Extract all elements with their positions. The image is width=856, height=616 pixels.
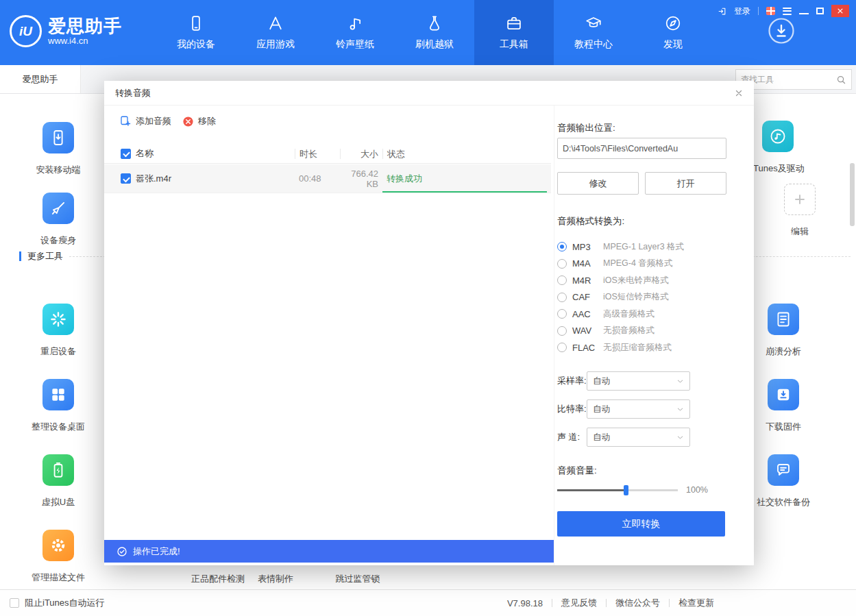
block-itunes-checkbox[interactable] xyxy=(10,598,19,608)
sample-rate-label: 采样率: xyxy=(557,375,587,387)
dialog-file-area: 添加音频 移除 名称 时长 大小 状态 嚣张.m4r xyxy=(104,106,554,565)
format-code: M4R xyxy=(572,275,598,286)
nav-flash-jailbreak[interactable]: 刷机越狱 xyxy=(395,0,474,65)
channel-row: 声 道: 自动 xyxy=(557,428,726,447)
nav-discover[interactable]: 发现 xyxy=(633,0,713,65)
login-link[interactable]: 登录 xyxy=(734,5,750,17)
nav-tutorials[interactable]: 教程中心 xyxy=(554,0,633,65)
format-option-caf[interactable]: CAF iOS短信铃声格式 xyxy=(557,293,684,302)
chevron-down-icon xyxy=(676,406,684,413)
format-code: M4A xyxy=(572,258,598,269)
close-button[interactable] xyxy=(831,5,849,17)
tool-edit[interactable]: 编辑 xyxy=(759,184,841,238)
tool-device-slim[interactable]: 设备瘦身 xyxy=(17,193,99,247)
plus-icon xyxy=(784,184,816,215)
format-code: AAC xyxy=(572,309,598,319)
convert-audio-dialog: 转换音频 添加音频 移除 名称 时长 xyxy=(104,81,754,565)
radio-icon[interactable] xyxy=(557,259,567,269)
grid-icon xyxy=(42,379,74,410)
nav-my-devices[interactable]: 我的设备 xyxy=(156,0,236,65)
radio-icon[interactable] xyxy=(557,275,567,285)
gift-icon[interactable] xyxy=(766,7,775,15)
tool-label: 管理描述文件 xyxy=(32,571,85,584)
tool-manage-profiles[interactable]: 管理描述文件 xyxy=(17,530,99,584)
feedback-link[interactable]: 意见反馈 xyxy=(561,597,597,609)
radio-icon[interactable] xyxy=(557,309,567,319)
volume-slider-track[interactable] xyxy=(557,489,678,491)
remove-audio-button[interactable]: 移除 xyxy=(182,115,216,127)
radio-icon[interactable] xyxy=(557,293,567,302)
format-option-m4r[interactable]: M4R iOS来电铃声格式 xyxy=(557,275,684,285)
tool-skip-mdm-lock[interactable]: 跳过监管锁 xyxy=(317,573,399,585)
format-option-mp3[interactable]: MP3 MPEG-1 Layer3 格式 xyxy=(557,242,684,251)
radio-icon[interactable] xyxy=(557,326,567,336)
open-button[interactable]: 打开 xyxy=(645,172,726,195)
volume-slider-thumb[interactable] xyxy=(624,485,628,495)
maximize-button[interactable] xyxy=(816,8,824,14)
format-option-aac[interactable]: AAC 高级音频格式 xyxy=(557,309,684,319)
check-update-link[interactable]: 检查更新 xyxy=(678,597,714,609)
search-input[interactable] xyxy=(741,75,836,84)
radio-selected-icon[interactable] xyxy=(557,242,567,251)
itunes-icon xyxy=(762,121,794,152)
nav-ringtones-wallpapers[interactable]: 铃声壁纸 xyxy=(315,0,395,65)
wechat-link[interactable]: 微信公众号 xyxy=(615,597,660,609)
format-option-m4a[interactable]: M4A MPEG-4 音频格式 xyxy=(557,259,684,269)
volume-row: 100% xyxy=(557,484,724,496)
app-logo[interactable]: iU 爱思助手 www.i4.cn xyxy=(10,15,122,47)
table-header: 名称 时长 大小 状态 xyxy=(104,144,551,164)
column-duration[interactable]: 时长 xyxy=(295,149,340,159)
version-text: V7.98.18 xyxy=(507,598,543,608)
scrollbar-thumb[interactable] xyxy=(850,163,855,226)
bitrate-label: 比特率: xyxy=(557,403,587,415)
format-code: MP3 xyxy=(572,242,598,252)
modify-button[interactable]: 修改 xyxy=(557,172,639,195)
tab-aisi-assistant[interactable]: 爱思助手 xyxy=(0,65,81,93)
search-icon[interactable] xyxy=(836,75,846,85)
format-option-flac[interactable]: FLAC 无损压缩音频格式 xyxy=(557,343,684,352)
tool-organize-desktop[interactable]: 整理设备桌面 xyxy=(17,379,99,433)
radio-icon[interactable] xyxy=(557,343,567,352)
bitrate-select[interactable]: 自动 xyxy=(587,399,690,419)
minimize-button[interactable] xyxy=(799,13,809,14)
tool-restart-device[interactable]: 重启设备 xyxy=(17,304,99,358)
convert-now-button[interactable]: 立即转换 xyxy=(557,511,725,537)
tool-emoji-maker[interactable]: 表情制作 xyxy=(234,573,317,585)
tool-social-backup[interactable]: 社交软件备份 xyxy=(742,454,824,508)
sample-rate-select[interactable]: 自动 xyxy=(587,371,690,391)
tool-install-mobile[interactable]: 安装移动端 xyxy=(17,122,99,176)
nav-toolbox[interactable]: 工具箱 xyxy=(474,0,554,65)
remove-icon xyxy=(182,116,194,127)
tool-crash-analysis[interactable]: 崩溃分析 xyxy=(742,304,824,358)
add-audio-button[interactable]: 添加音频 xyxy=(119,115,171,127)
channel-select[interactable]: 自动 xyxy=(587,428,690,447)
format-option-wav[interactable]: WAV 无损音频格式 xyxy=(557,326,684,336)
format-desc: iOS短信铃声格式 xyxy=(603,291,669,303)
column-name[interactable]: 名称 xyxy=(136,147,295,160)
menu-icon[interactable] xyxy=(783,8,792,15)
gear-icon xyxy=(42,530,74,561)
flask-icon xyxy=(426,14,443,32)
format-code: WAV xyxy=(572,325,598,336)
dialog-close-icon[interactable] xyxy=(735,89,743,97)
output-path-input[interactable] xyxy=(557,138,726,159)
broom-icon xyxy=(42,193,74,224)
audio-file-row[interactable]: 嚣张.m4r 00:48 766.42 KB 转换成功 xyxy=(104,164,551,193)
divider xyxy=(606,599,607,607)
select-all-checkbox[interactable] xyxy=(121,149,131,159)
tool-download-firmware[interactable]: 下载固件 xyxy=(742,379,824,433)
tool-label: 重启设备 xyxy=(40,345,76,358)
conversion-progress-bar xyxy=(382,191,547,193)
download-manager-button[interactable] xyxy=(767,16,796,48)
appstore-icon xyxy=(267,14,284,32)
footer-right: V7.98.18 意见反馈 微信公众号 检查更新 xyxy=(507,590,714,616)
column-status[interactable]: 状态 xyxy=(382,149,551,159)
tool-label: 整理设备桌面 xyxy=(32,421,85,433)
chevron-down-icon xyxy=(676,378,684,385)
nav-apps-games[interactable]: 应用游戏 xyxy=(236,0,315,65)
remove-label: 移除 xyxy=(198,115,216,127)
tool-virtual-usb[interactable]: 虚拟U盘 xyxy=(17,454,99,508)
row-checkbox[interactable] xyxy=(121,173,131,184)
format-code: CAF xyxy=(572,292,598,302)
column-size[interactable]: 大小 xyxy=(340,149,382,159)
